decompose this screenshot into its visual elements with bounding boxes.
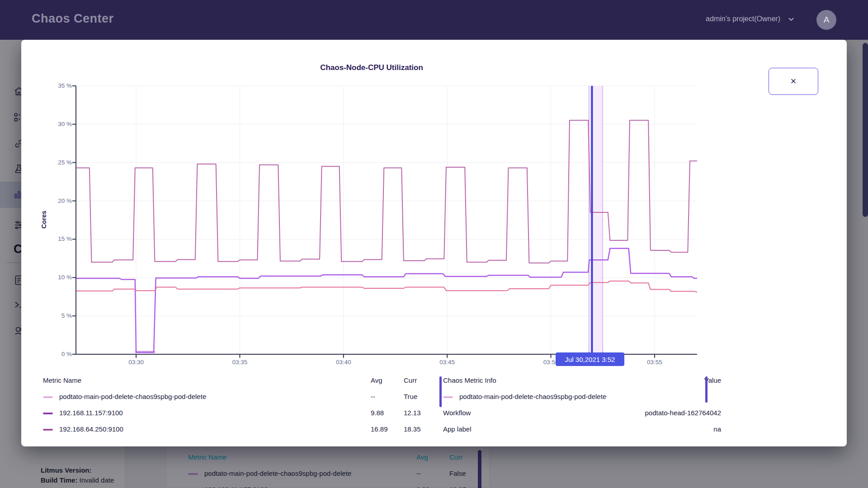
legend-scrollbar[interactable] (439, 376, 442, 407)
avatar-letter: A (824, 15, 830, 25)
chaos-info-scrollbar[interactable] (705, 376, 708, 403)
series-swatch (443, 396, 453, 398)
legend-row[interactable]: podtato-main-pod-delete-chaos9spbg-pod-d… (43, 389, 440, 403)
chaos-info-row: Workflow podtato-head-162764042 (443, 406, 721, 419)
series-swatch (43, 413, 53, 414)
x-tick-label: 03:35 (221, 359, 259, 366)
project-selector[interactable]: admin's project(Owner) (706, 14, 796, 23)
close-button[interactable]: × (769, 68, 818, 95)
close-icon: × (791, 75, 797, 87)
x-tick-label: 03:30 (117, 359, 155, 366)
chart-tooltip: Jul 30,2021 3:52 (556, 352, 624, 366)
legend-header: Metric Name Avg Curr (43, 373, 440, 387)
y-tick-label: 10 % (34, 274, 72, 281)
series-line-unlabeled-third-node-cpu-line (76, 281, 697, 292)
y-tick-label: 25 % (34, 159, 72, 166)
chaos-info-row: podtato-main-pod-delete-chaos9spbg-pod-d… (443, 389, 721, 403)
legend-row[interactable]: 192.168.64.250:9100 16.89 18.35 (43, 422, 440, 436)
chaos-info-title: Chaos Metric Info (443, 376, 704, 384)
cpu-utilization-chart (76, 86, 697, 354)
legend-col-metric: Metric Name (43, 376, 371, 384)
top-header: Chaos Center admin's project(Owner) A (0, 0, 868, 40)
y-tick-label: 20 % (34, 197, 72, 204)
legend-table: Metric Name Avg Curr podtato-main-pod-de… (43, 373, 440, 438)
legend-row[interactable]: 192.168.11.157:9100 9.88 12.13 (43, 406, 440, 419)
legend-col-curr: Curr (404, 376, 440, 384)
y-tick-label: 5 % (34, 312, 72, 319)
y-tick-label: 35 % (34, 82, 72, 89)
chart-svg (76, 86, 697, 354)
y-tick-label: 15 % (34, 235, 72, 242)
chevron-down-icon (787, 14, 796, 23)
series-line-192-168-64-250-9100 (76, 120, 697, 263)
chaos-metric-info: Chaos Metric Info Value podtato-main-pod… (443, 373, 721, 438)
chaos-event-band (589, 86, 603, 354)
y-tick-label: 30 % (34, 121, 72, 127)
chaos-info-row: App label na (443, 422, 721, 436)
chaos-info-header: Chaos Metric Info Value (443, 373, 721, 387)
legend-col-avg: Avg (371, 376, 404, 384)
project-selector-label: admin's project(Owner) (706, 15, 780, 23)
x-tick-label: 03:40 (325, 359, 363, 366)
chart-title: Chaos-Node-CPU Utilization (48, 63, 695, 72)
y-tick-label: 0 % (34, 351, 72, 357)
series-swatch (43, 396, 53, 398)
avatar[interactable]: A (816, 10, 836, 30)
x-tick-label: 03:45 (428, 359, 466, 366)
metric-detail-modal: Chaos-Node-CPU Utilization × Cores Jul 3… (21, 40, 847, 446)
x-tick-label: 03:55 (636, 359, 674, 366)
y-axis-label: Cores (40, 211, 47, 229)
series-line-192-168-11-157-9100 (76, 249, 697, 352)
series-swatch (43, 429, 53, 431)
app-title: Chaos Center (32, 12, 114, 26)
